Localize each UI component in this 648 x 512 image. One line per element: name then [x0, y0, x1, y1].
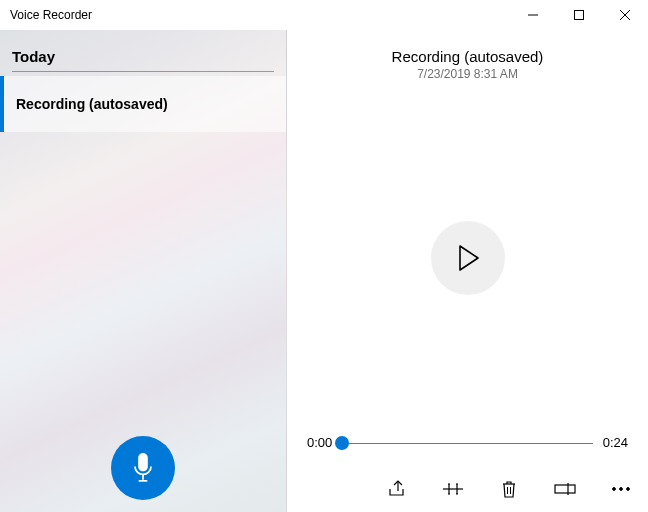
rename-icon — [554, 482, 576, 496]
recording-datetime: 7/23/2019 8:31 AM — [287, 67, 648, 81]
rename-button[interactable] — [554, 478, 576, 500]
svg-point-3 — [620, 488, 623, 491]
timeline: 0:00 0:24 — [307, 435, 628, 450]
section-header-today: Today — [12, 48, 274, 72]
svg-point-4 — [627, 488, 630, 491]
play-icon — [456, 244, 480, 272]
recording-list-item-label: Recording (autosaved) — [16, 96, 168, 112]
more-button[interactable] — [610, 478, 632, 500]
recording-title: Recording (autosaved) — [287, 48, 648, 65]
trash-icon — [501, 479, 517, 499]
svg-rect-1 — [555, 485, 575, 493]
window-title: Voice Recorder — [10, 8, 92, 22]
trim-button[interactable] — [442, 478, 464, 500]
share-button[interactable] — [386, 478, 408, 500]
current-time: 0:00 — [307, 435, 332, 450]
svg-rect-0 — [575, 11, 584, 20]
microphone-icon — [130, 453, 156, 483]
sidebar: Today Recording (autosaved) — [0, 30, 287, 512]
trim-icon — [442, 481, 464, 497]
more-icon — [612, 486, 630, 492]
bottom-toolbar — [287, 466, 648, 512]
minimize-button[interactable] — [510, 0, 556, 30]
maximize-button[interactable] — [556, 0, 602, 30]
detail-pane: Recording (autosaved) 7/23/2019 8:31 AM … — [287, 30, 648, 512]
total-time: 0:24 — [603, 435, 628, 450]
close-button[interactable] — [602, 0, 648, 30]
scrubber-thumb[interactable] — [335, 436, 349, 450]
svg-point-2 — [613, 488, 616, 491]
recording-list-item[interactable]: Recording (autosaved) — [0, 76, 286, 132]
play-button[interactable] — [431, 221, 505, 295]
delete-button[interactable] — [498, 478, 520, 500]
titlebar: Voice Recorder — [0, 0, 648, 30]
scrubber[interactable] — [342, 437, 592, 449]
share-icon — [387, 479, 407, 499]
record-button[interactable] — [111, 436, 175, 500]
